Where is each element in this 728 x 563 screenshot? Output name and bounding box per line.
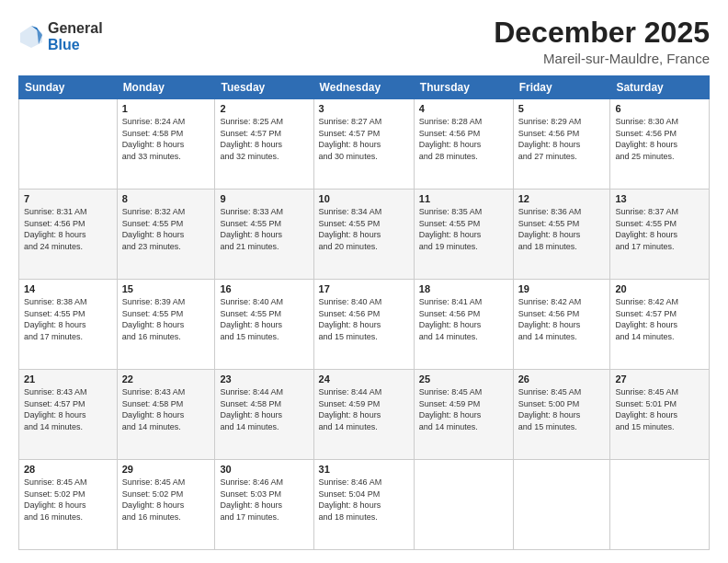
day-cell: 12Sunrise: 8:36 AM Sunset: 4:55 PM Dayli… xyxy=(513,190,610,280)
week-row-5: 28Sunrise: 8:45 AM Sunset: 5:02 PM Dayli… xyxy=(19,460,710,550)
day-info: Sunrise: 8:39 AM Sunset: 4:55 PM Dayligh… xyxy=(122,296,210,342)
day-number: 24 xyxy=(319,373,409,385)
day-number: 3 xyxy=(319,103,409,114)
day-cell: 29Sunrise: 8:45 AM Sunset: 5:02 PM Dayli… xyxy=(117,460,215,550)
day-cell: 11Sunrise: 8:35 AM Sunset: 4:55 PM Dayli… xyxy=(414,190,513,280)
day-cell: 13Sunrise: 8:37 AM Sunset: 4:55 PM Dayli… xyxy=(610,190,710,280)
logo-text: General Blue xyxy=(48,20,103,52)
logo: General Blue xyxy=(18,20,103,52)
day-number: 8 xyxy=(122,193,210,204)
day-cell: 16Sunrise: 8:40 AM Sunset: 4:55 PM Dayli… xyxy=(215,280,313,370)
day-number: 11 xyxy=(419,193,508,204)
day-number: 15 xyxy=(122,283,210,294)
day-cell xyxy=(414,460,513,550)
day-info: Sunrise: 8:40 AM Sunset: 4:55 PM Dayligh… xyxy=(220,296,308,342)
col-header-monday: Monday xyxy=(117,76,215,99)
day-cell: 5Sunrise: 8:29 AM Sunset: 4:56 PM Daylig… xyxy=(513,99,610,190)
day-number: 31 xyxy=(319,464,409,475)
day-cell: 28Sunrise: 8:45 AM Sunset: 5:02 PM Dayli… xyxy=(19,460,118,550)
day-number: 5 xyxy=(518,103,606,114)
day-cell: 27Sunrise: 8:45 AM Sunset: 5:01 PM Dayli… xyxy=(610,370,710,460)
day-info: Sunrise: 8:28 AM Sunset: 4:56 PM Dayligh… xyxy=(419,116,508,162)
day-number: 2 xyxy=(220,103,308,114)
day-cell: 2Sunrise: 8:25 AM Sunset: 4:57 PM Daylig… xyxy=(215,99,313,190)
day-info: Sunrise: 8:40 AM Sunset: 4:56 PM Dayligh… xyxy=(319,296,409,342)
day-cell: 15Sunrise: 8:39 AM Sunset: 4:55 PM Dayli… xyxy=(117,280,215,370)
day-cell: 30Sunrise: 8:46 AM Sunset: 5:03 PM Dayli… xyxy=(215,460,313,550)
location: Mareil-sur-Mauldre, France xyxy=(494,51,710,66)
day-number: 29 xyxy=(122,464,210,475)
day-cell: 4Sunrise: 8:28 AM Sunset: 4:56 PM Daylig… xyxy=(414,99,513,190)
day-cell: 21Sunrise: 8:43 AM Sunset: 4:57 PM Dayli… xyxy=(19,370,118,460)
day-number: 17 xyxy=(319,283,409,294)
day-number: 22 xyxy=(122,373,210,385)
day-info: Sunrise: 8:32 AM Sunset: 4:55 PM Dayligh… xyxy=(122,206,210,252)
day-info: Sunrise: 8:44 AM Sunset: 4:59 PM Dayligh… xyxy=(319,386,409,432)
col-header-tuesday: Tuesday xyxy=(215,76,313,99)
calendar-table: SundayMondayTuesdayWednesdayThursdayFrid… xyxy=(18,75,710,550)
header-row: SundayMondayTuesdayWednesdayThursdayFrid… xyxy=(19,76,710,99)
day-info: Sunrise: 8:34 AM Sunset: 4:55 PM Dayligh… xyxy=(319,206,409,252)
day-number: 21 xyxy=(24,373,112,385)
day-number: 7 xyxy=(24,193,112,204)
day-cell xyxy=(610,460,710,550)
day-info: Sunrise: 8:43 AM Sunset: 4:57 PM Dayligh… xyxy=(24,386,112,432)
week-row-3: 14Sunrise: 8:38 AM Sunset: 4:55 PM Dayli… xyxy=(19,280,710,370)
title-block: December 2025 Mareil-sur-Mauldre, France xyxy=(494,17,710,66)
logo-general: General xyxy=(48,20,103,37)
day-info: Sunrise: 8:41 AM Sunset: 4:56 PM Dayligh… xyxy=(419,296,508,342)
day-info: Sunrise: 8:37 AM Sunset: 4:55 PM Dayligh… xyxy=(615,206,704,252)
day-number: 26 xyxy=(518,373,606,385)
day-cell: 23Sunrise: 8:44 AM Sunset: 4:58 PM Dayli… xyxy=(215,370,313,460)
day-number: 18 xyxy=(419,283,508,294)
day-number: 28 xyxy=(24,464,112,475)
day-cell: 10Sunrise: 8:34 AM Sunset: 4:55 PM Dayli… xyxy=(313,190,414,280)
day-info: Sunrise: 8:31 AM Sunset: 4:56 PM Dayligh… xyxy=(24,206,112,252)
col-header-sunday: Sunday xyxy=(19,76,118,99)
day-number: 10 xyxy=(319,193,409,204)
page: General Blue December 2025 Mareil-sur-Ma… xyxy=(0,0,728,563)
day-cell: 31Sunrise: 8:46 AM Sunset: 5:04 PM Dayli… xyxy=(313,460,414,550)
day-info: Sunrise: 8:27 AM Sunset: 4:57 PM Dayligh… xyxy=(319,116,409,162)
month-title: December 2025 xyxy=(494,17,710,49)
day-cell: 19Sunrise: 8:42 AM Sunset: 4:56 PM Dayli… xyxy=(513,280,610,370)
day-number: 25 xyxy=(419,373,508,385)
day-cell: 6Sunrise: 8:30 AM Sunset: 4:56 PM Daylig… xyxy=(610,99,710,190)
day-info: Sunrise: 8:33 AM Sunset: 4:55 PM Dayligh… xyxy=(220,206,308,252)
header: General Blue December 2025 Mareil-sur-Ma… xyxy=(18,17,710,66)
day-number: 9 xyxy=(220,193,308,204)
day-info: Sunrise: 8:24 AM Sunset: 4:58 PM Dayligh… xyxy=(122,116,210,162)
day-info: Sunrise: 8:46 AM Sunset: 5:04 PM Dayligh… xyxy=(319,477,409,523)
day-info: Sunrise: 8:29 AM Sunset: 4:56 PM Dayligh… xyxy=(518,116,606,162)
day-cell: 26Sunrise: 8:45 AM Sunset: 5:00 PM Dayli… xyxy=(513,370,610,460)
day-number: 14 xyxy=(24,283,112,294)
col-header-thursday: Thursday xyxy=(414,76,513,99)
day-cell: 9Sunrise: 8:33 AM Sunset: 4:55 PM Daylig… xyxy=(215,190,313,280)
day-info: Sunrise: 8:44 AM Sunset: 4:58 PM Dayligh… xyxy=(220,386,308,432)
day-number: 12 xyxy=(518,193,606,204)
day-cell: 17Sunrise: 8:40 AM Sunset: 4:56 PM Dayli… xyxy=(313,280,414,370)
day-info: Sunrise: 8:45 AM Sunset: 5:01 PM Dayligh… xyxy=(615,386,704,432)
day-number: 19 xyxy=(518,283,606,294)
day-number: 30 xyxy=(220,464,308,475)
day-cell: 1Sunrise: 8:24 AM Sunset: 4:58 PM Daylig… xyxy=(117,99,215,190)
day-cell: 3Sunrise: 8:27 AM Sunset: 4:57 PM Daylig… xyxy=(313,99,414,190)
day-cell xyxy=(513,460,610,550)
logo-icon xyxy=(18,24,44,50)
day-info: Sunrise: 8:45 AM Sunset: 5:02 PM Dayligh… xyxy=(122,477,210,523)
day-info: Sunrise: 8:43 AM Sunset: 4:58 PM Dayligh… xyxy=(122,386,210,432)
day-info: Sunrise: 8:45 AM Sunset: 5:02 PM Dayligh… xyxy=(24,477,112,523)
day-info: Sunrise: 8:38 AM Sunset: 4:55 PM Dayligh… xyxy=(24,296,112,342)
day-cell xyxy=(19,99,118,190)
day-info: Sunrise: 8:25 AM Sunset: 4:57 PM Dayligh… xyxy=(220,116,308,162)
day-cell: 8Sunrise: 8:32 AM Sunset: 4:55 PM Daylig… xyxy=(117,190,215,280)
day-info: Sunrise: 8:35 AM Sunset: 4:55 PM Dayligh… xyxy=(419,206,508,252)
day-info: Sunrise: 8:42 AM Sunset: 4:57 PM Dayligh… xyxy=(615,296,704,342)
col-header-saturday: Saturday xyxy=(610,76,710,99)
logo-blue: Blue xyxy=(48,37,103,53)
col-header-friday: Friday xyxy=(513,76,610,99)
day-cell: 7Sunrise: 8:31 AM Sunset: 4:56 PM Daylig… xyxy=(19,190,118,280)
week-row-4: 21Sunrise: 8:43 AM Sunset: 4:57 PM Dayli… xyxy=(19,370,710,460)
col-header-wednesday: Wednesday xyxy=(313,76,414,99)
day-info: Sunrise: 8:46 AM Sunset: 5:03 PM Dayligh… xyxy=(220,477,308,523)
